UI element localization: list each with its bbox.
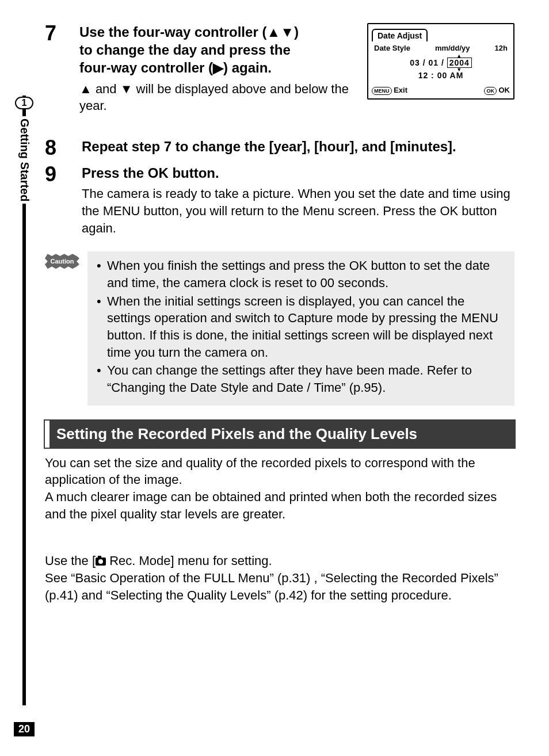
screen-date-row: 03 / 01 / ▲ 2004 ▼ xyxy=(372,58,510,67)
chapter-number-badge: 1 xyxy=(15,97,33,109)
ok-label: OK xyxy=(499,86,510,94)
step-7-body: Use the four-way controller (▲▼) to chan… xyxy=(79,23,357,114)
step-7-heading-line1: Use the four-way controller (▲▼) xyxy=(79,23,357,41)
caution-item: When you finish the settings and press t… xyxy=(97,257,505,291)
date-yy: 2004 xyxy=(449,58,470,67)
caution-badge-icon: Caution xyxy=(45,254,79,269)
para2-post: Rec. Mode] menu for setting. See “Basic … xyxy=(45,553,498,602)
section-paragraph-1: You can set the size and quality of the … xyxy=(45,455,514,523)
step-8-heading: Repeat step 7 to change the [year], [hou… xyxy=(82,138,514,155)
caution-item: You can change the settings after they h… xyxy=(97,362,505,396)
chapter-label: Getting Started xyxy=(18,116,31,204)
date-style-label: Date Style xyxy=(374,44,410,52)
step-7: 7 Use the four-way controller (▲▼) to ch… xyxy=(45,23,514,114)
content-area: 7 Use the four-way controller (▲▼) to ch… xyxy=(45,23,514,236)
triangle-down-icon: ▼ xyxy=(456,67,462,72)
step-number: 8 xyxy=(45,138,69,158)
triangle-up-icon: ▲ xyxy=(456,53,462,59)
date-mm: 03 xyxy=(410,58,420,67)
exit-label: Exit xyxy=(394,86,407,94)
date-year-selected: ▲ 2004 ▼ xyxy=(447,58,472,68)
caution-item: When the initial settings screen is disp… xyxy=(97,293,505,361)
step-number: 9 xyxy=(45,164,69,236)
ok-pill-icon: OK xyxy=(484,87,497,95)
screen-title: Date Adjust xyxy=(372,29,428,41)
section-heading: Setting the Recorded Pixels and the Qual… xyxy=(45,421,514,448)
caution-list: When you finish the settings and press t… xyxy=(87,251,514,406)
step-number: 7 xyxy=(45,23,69,44)
section-heading-text: Setting the Recorded Pixels and the Qual… xyxy=(56,425,417,442)
para2-pre: Use the [ xyxy=(45,553,96,568)
page-number: 20 xyxy=(14,722,35,736)
section-paragraph-2: Use the [ Rec. Mode] menu for setting. S… xyxy=(45,535,514,604)
screen-time-row: 12 : 00 AM xyxy=(372,71,510,80)
caution-block: Caution When you finish the settings and… xyxy=(45,251,514,406)
chapter-rail: 1 Getting Started xyxy=(14,96,35,204)
camera-screen-diagram: Date Adjust Date Style mm/dd/yy 12h 03 /… xyxy=(367,23,514,100)
step-8: 8 Repeat step 7 to change the [year], [h… xyxy=(45,138,514,158)
date-dd: 01 xyxy=(428,58,439,67)
step-7-heading-line3: four-way controller (▶) again. xyxy=(79,59,357,77)
step-9-heading: Press the OK button. xyxy=(82,164,514,182)
menu-pill-icon: MENU xyxy=(372,87,392,95)
step-9-text: The camera is ready to take a picture. W… xyxy=(82,185,514,236)
camera-icon xyxy=(96,558,106,566)
screen-footer: MENU Exit OK OK xyxy=(372,86,510,95)
screen-date-style-row: Date Style mm/dd/yy 12h xyxy=(372,44,510,55)
step-9: 9 Press the OK button. The camera is rea… xyxy=(45,164,514,236)
manual-page: 1 Getting Started 7 Use the four-way con… xyxy=(0,0,549,756)
date-sep: / xyxy=(423,58,426,67)
step-7-heading-line2: to change the day and press the xyxy=(79,41,357,59)
hour-mode: 12h xyxy=(495,44,508,52)
date-sep: / xyxy=(441,58,444,67)
step-7-text: ▲ and ▼ will be displayed above and belo… xyxy=(79,81,357,114)
screen-exit: MENU Exit xyxy=(372,86,407,95)
date-style-value: mm/dd/yy xyxy=(435,44,470,52)
screen-ok: OK OK xyxy=(484,86,510,95)
step-7-heading: Use the four-way controller (▲▼) to chan… xyxy=(79,23,357,77)
